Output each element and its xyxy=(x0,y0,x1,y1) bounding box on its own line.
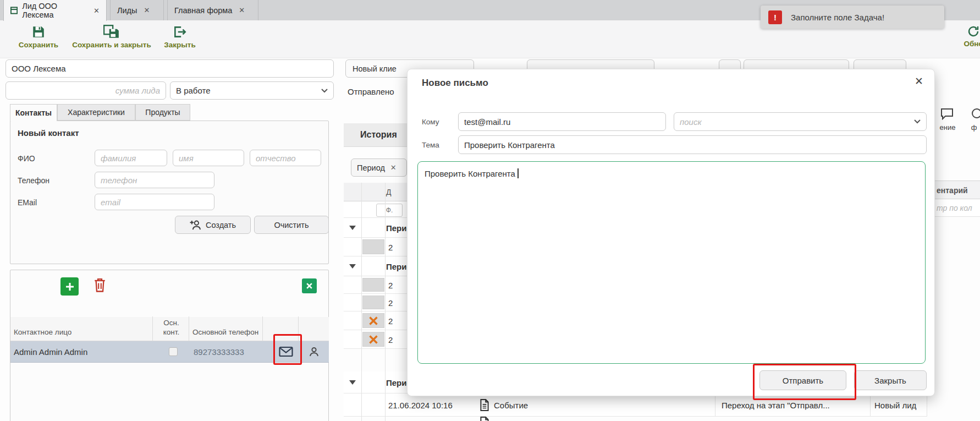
tab-characteristics[interactable]: Характеристики xyxy=(57,104,135,121)
excel-x-icon xyxy=(306,282,313,289)
contact-phone: 89273333333 xyxy=(194,347,244,357)
close-dialog-button[interactable]: Закрыть xyxy=(854,370,927,390)
text-cursor xyxy=(517,168,519,178)
lead-sum-input[interactable] xyxy=(5,81,166,100)
tab-label: Лиды xyxy=(117,6,137,15)
form-icon xyxy=(10,7,18,14)
discussion-button[interactable] xyxy=(940,108,954,122)
clear-contact-button[interactable]: Очистить xyxy=(254,216,329,234)
close-icon[interactable]: ✕ xyxy=(239,6,245,14)
toast-text: Заполните поле Задача! xyxy=(791,13,884,22)
close-icon[interactable]: ✕ xyxy=(915,75,923,88)
new-contact-title: Новый контакт xyxy=(18,128,79,138)
tab-lead-ooo-leksema[interactable]: Лид ООО Лексема ✕ xyxy=(3,0,107,21)
sent-status-text: Отправлено xyxy=(348,84,394,99)
new-client-label: Новый клие xyxy=(353,64,397,73)
close-form-button[interactable]: Закрыть xyxy=(159,25,200,49)
export-excel-button[interactable] xyxy=(302,278,317,293)
alert-icon: ! xyxy=(768,10,782,24)
col-main-phone: Основной телефон xyxy=(189,316,263,341)
row-date: 2 xyxy=(388,335,393,344)
history-filter-input[interactable]: Ф. xyxy=(376,204,403,217)
orange-x-icon xyxy=(368,334,379,345)
row-marker-cell xyxy=(362,313,384,328)
new-contact-groupbox xyxy=(10,121,329,264)
tab-label: Главная форма xyxy=(174,6,232,15)
delete-contact-button[interactable] xyxy=(93,277,106,295)
column-divider xyxy=(870,393,871,416)
save-close-icon xyxy=(103,25,120,39)
col-contact-person: Контактное лицо xyxy=(10,316,153,341)
tab-contacts-label: Контакты xyxy=(15,108,52,117)
grid-line xyxy=(385,183,386,421)
fio-label: ФИО xyxy=(18,154,35,163)
close-icon[interactable]: ✕ xyxy=(390,163,397,172)
close-icon[interactable]: ✕ xyxy=(144,6,150,14)
save-label: Сохранить xyxy=(19,41,58,49)
lastname-input[interactable] xyxy=(95,150,167,166)
email-input[interactable] xyxy=(95,194,214,210)
triangle-down-icon[interactable] xyxy=(349,264,356,269)
triangle-down-icon[interactable] xyxy=(349,226,356,230)
event-type: Событие xyxy=(494,400,528,409)
add-contact-button[interactable] xyxy=(60,277,79,296)
annotation-send-button xyxy=(753,364,856,400)
save-button[interactable]: Сохранить xyxy=(16,25,60,49)
row-marker-cell xyxy=(362,278,384,292)
dialog-title: Новое письмо xyxy=(422,78,488,89)
col-main-contact: Осн. конт. xyxy=(153,316,189,341)
trash-icon xyxy=(93,277,106,293)
validation-toast: ! Заполните поле Задача! xyxy=(761,6,944,29)
row-marker-cell xyxy=(362,332,384,347)
new-email-dialog: Новое письмо ✕ Кому поиск Тема Проверить… xyxy=(407,69,935,396)
close-icon[interactable]: ✕ xyxy=(93,7,100,15)
subject-label: Тема xyxy=(422,141,439,149)
tab-main-form[interactable]: Главная форма ✕ xyxy=(167,0,258,20)
create-contact-label: Создать xyxy=(206,221,236,229)
tab-products-label: Продукты xyxy=(145,108,180,117)
contact-person-icon[interactable] xyxy=(309,346,320,359)
save-and-close-label: Сохранить и закрыть xyxy=(72,41,151,49)
event-comment: Переход на этап "Отправл... xyxy=(722,400,866,409)
clear-contact-label: Очистить xyxy=(274,221,309,229)
row-date: 2 xyxy=(388,242,393,251)
lead-status-select[interactable]: В работе xyxy=(170,81,334,100)
grid-line xyxy=(361,183,362,421)
lead-status-value: В работе xyxy=(176,86,211,95)
to-input[interactable] xyxy=(458,112,666,131)
row-marker-cell xyxy=(362,239,384,254)
tab-contacts[interactable]: Контакты xyxy=(10,104,57,121)
column-divider xyxy=(715,393,715,416)
refresh-label: Обно xyxy=(964,40,980,48)
history-filter-text: Ф. xyxy=(386,206,393,214)
phone-label: Телефон xyxy=(18,176,49,185)
period-filter-chip[interactable]: Период ✕ xyxy=(351,158,407,177)
firstname-input[interactable] xyxy=(173,150,244,166)
create-contact-button[interactable]: Создать xyxy=(175,216,251,234)
right-panel-button[interactable] xyxy=(971,108,980,121)
triangle-down-icon[interactable] xyxy=(349,380,356,385)
refresh-button[interactable]: Обно xyxy=(957,25,980,48)
save-and-close-button[interactable]: Сохранить и закрыть xyxy=(70,25,153,49)
tab-products[interactable]: Продукты xyxy=(135,104,190,121)
column-filter-input[interactable]: тр по кол xyxy=(935,199,980,217)
app-window: Лид ООО Лексема ✕ Лиды ✕ Главная форма ✕… xyxy=(0,0,980,421)
email-body-input[interactable]: Проверить Контрагента xyxy=(417,161,926,364)
tab-leads[interactable]: Лиды ✕ xyxy=(110,0,164,20)
row-date: 2 xyxy=(388,298,393,307)
subject-input[interactable] xyxy=(458,135,927,154)
lead-name-value: ООО Лексема xyxy=(12,64,66,73)
main-contact-checkbox[interactable] xyxy=(169,347,178,356)
middlename-input[interactable] xyxy=(250,150,321,166)
contact-name: Admin Admin Admin xyxy=(14,347,87,357)
recipient-search-select[interactable]: поиск xyxy=(674,112,927,131)
comment-icon xyxy=(940,108,954,120)
close-form-label: Закрыть xyxy=(164,41,195,49)
refresh-icon xyxy=(967,25,980,38)
discussion-label: ение xyxy=(934,123,961,132)
phone-input[interactable] xyxy=(95,172,214,188)
lead-name-field[interactable]: ООО Лексема xyxy=(5,59,334,78)
orange-x-icon xyxy=(368,315,379,326)
annotation-envelope xyxy=(273,334,302,365)
person-add-icon xyxy=(190,220,201,230)
